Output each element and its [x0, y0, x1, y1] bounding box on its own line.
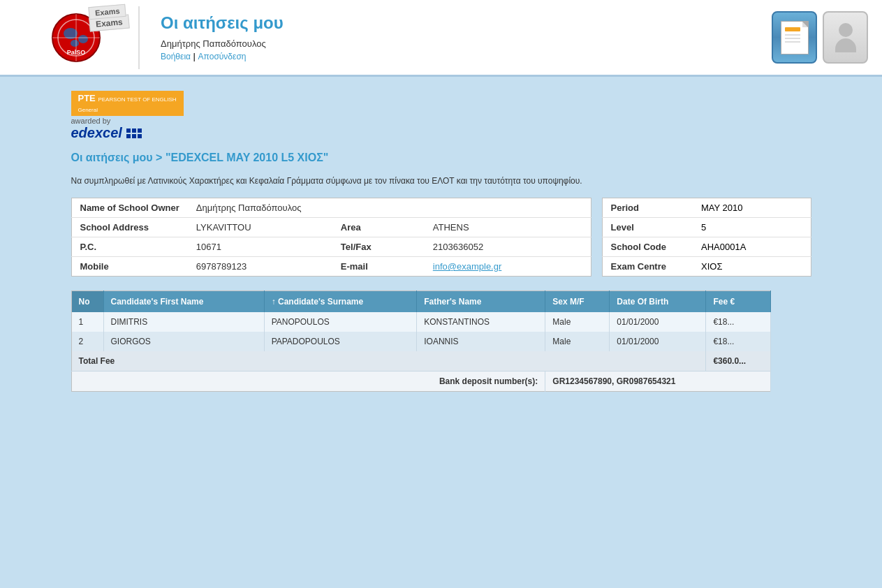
col-surname[interactable]: ↑ Candidate's Surname	[264, 291, 417, 313]
email-label: E-mail	[327, 257, 425, 277]
col-sex-link[interactable]: Sex M/F	[552, 297, 584, 307]
total-fee-row: Total Fee €360.0...	[71, 351, 770, 372]
tel-fax-label: Tel/Fax	[327, 237, 425, 257]
col-sex[interactable]: Sex M/F	[545, 291, 610, 313]
candidates-tbody: 1 DIMITRIS PANOPOULOS KONSTANTINOS Male …	[71, 312, 770, 351]
bank-deposit-label: Bank deposit number(s):	[71, 372, 545, 392]
action-buttons-col: ✏️ 15 🖨️ 16 🗑️ 17	[771, 291, 811, 588]
col-father-link[interactable]: Father's Name	[424, 297, 481, 307]
breadcrumb-parent-link[interactable]: Οι αιτήσεις μου	[71, 152, 153, 163]
candidates-table-wrapper: No Candidate's First Name ↑ Candidate's …	[71, 291, 771, 392]
total-fee-label: Total Fee	[71, 351, 706, 372]
col-dob[interactable]: Date Of Birth	[610, 291, 706, 313]
row2-no: 2	[71, 332, 103, 351]
level-value: 5	[693, 218, 811, 237]
row1-no: 1	[71, 312, 103, 332]
info-tables-wrapper: Name of School Owner Δημήτρης Παπαδόπουλ…	[71, 198, 811, 277]
bank-deposit-row: Bank deposit number(s): GR1234567890, GR…	[71, 372, 770, 392]
doc-icon	[781, 21, 809, 54]
notice-text: Να συμπληρωθεί με Λατινικούς Χαρακτήρες …	[71, 175, 811, 187]
edexcel-dots	[126, 128, 142, 138]
level-row: Level 5	[602, 218, 811, 237]
logout-link[interactable]: Αποσύνδεση	[198, 52, 247, 61]
school-code-label: School Code	[602, 237, 693, 257]
row2-father: IOANNIS	[417, 332, 545, 351]
header-icons	[772, 11, 868, 64]
mobile-label: Mobile	[71, 257, 188, 277]
svg-point-4	[71, 40, 79, 47]
school-code-value: AHA0001A	[693, 237, 811, 257]
breadcrumb-current: "EDEXCEL MAY 2010 L5 ΧΙΟΣ"	[166, 152, 328, 163]
col-father[interactable]: Father's Name	[417, 291, 545, 313]
header-links: Βοήθεια | Αποσύνδεση	[161, 51, 772, 61]
col-no: No	[71, 291, 103, 313]
row2-firstname: GIORGOS	[103, 332, 264, 351]
header-row: No Candidate's First Name ↑ Candidate's …	[71, 291, 770, 313]
pc-label: P.C.	[71, 237, 188, 257]
mobile-value: 6978789123	[188, 257, 327, 277]
pc-row: P.C. 10671 Tel/Fax 2103636052	[71, 237, 591, 257]
row2-fee: €18...	[706, 332, 770, 351]
row1-father: KONSTANTINOS	[417, 312, 545, 332]
row1-firstname: DIMITRIS	[103, 312, 264, 332]
person-head-icon	[839, 23, 853, 37]
col-surname-link[interactable]: ↑ Candidate's Surname	[272, 297, 364, 307]
logo-area: Exams PalSO Exams	[14, 6, 140, 69]
page-main-title: Οι αιτήσεις μου	[161, 13, 772, 33]
svg-point-3	[78, 35, 88, 43]
pc-value: 10671	[188, 237, 327, 257]
address-value: LYKAVITTOU	[188, 218, 327, 237]
period-value: MAY 2010	[693, 198, 811, 218]
candidates-table: No Candidate's First Name ↑ Candidate's …	[71, 291, 771, 392]
main-content: PTE PEARSON TEST OF ENGLISHGeneral award…	[57, 77, 825, 588]
area-label: Area	[327, 218, 425, 237]
awarded-by-label: awarded by	[71, 117, 184, 125]
mobile-row: Mobile 6978789123 E-mail info@example.gr	[71, 257, 591, 277]
documents-icon-btn[interactable]	[772, 11, 817, 64]
exam-centre-value: ΧΙΟΣ	[693, 257, 811, 277]
row2-sex: Male	[545, 332, 610, 351]
person-icon	[833, 23, 858, 52]
col-firstname[interactable]: Candidate's First Name	[103, 291, 264, 313]
help-link[interactable]: Βοήθεια	[161, 52, 191, 61]
profile-icon-btn[interactable]	[823, 11, 868, 64]
school-owner-label: Name of School Owner	[71, 198, 188, 218]
person-body-icon	[835, 38, 856, 52]
total-fee-value: €360.0...	[706, 351, 770, 372]
row2-dob: 01/01/2000	[610, 332, 706, 351]
edexcel-text: edexcel	[71, 125, 122, 141]
col-firstname-link[interactable]: Candidate's First Name	[111, 297, 204, 307]
row1-surname: PANOPOULOS	[264, 312, 417, 332]
row1-sex: Male	[545, 312, 610, 332]
exam-info-table: Period MAY 2010 Level 5 School Code AHA0…	[602, 198, 811, 277]
school-info-table: Name of School Owner Δημήτρης Παπαδόπουλ…	[71, 198, 591, 277]
candidates-table-header: No Candidate's First Name ↑ Candidate's …	[71, 291, 770, 313]
breadcrumb-separator: >	[156, 152, 166, 163]
header-title-area: Οι αιτήσεις μου Δημήτρης Παπαδόπουλος Βο…	[154, 13, 772, 61]
tel-fax-value: 2103636052	[425, 237, 591, 257]
col-fee: Fee €	[706, 291, 770, 313]
svg-text:PalSO: PalSO	[67, 49, 86, 56]
level-label: Level	[602, 218, 693, 237]
header: Exams PalSO Exams Οι αιτήσεις μου	[0, 0, 882, 77]
school-owner-row: Name of School Owner Δημήτρης Παπαδόπουλ…	[71, 198, 591, 218]
candidates-section: No Candidate's First Name ↑ Candidate's …	[71, 291, 811, 588]
pte-badge: PTE PEARSON TEST OF ENGLISHGeneral	[71, 91, 184, 116]
col-dob-link[interactable]: Date Of Birth	[617, 297, 668, 307]
period-label: Period	[602, 198, 693, 218]
bank-deposit-value: GR1234567890, GR0987654321	[545, 372, 770, 392]
address-label: School Address	[71, 218, 188, 237]
edexcel-branding: edexcel	[71, 125, 184, 141]
link-separator: |	[193, 51, 198, 61]
row1-fee: €18...	[706, 312, 770, 332]
period-row: Period MAY 2010	[602, 198, 811, 218]
exam-centre-row: Exam Centre ΧΙΟΣ	[602, 257, 811, 277]
user-name: Δημήτρης Παπαδόπουλος	[161, 38, 772, 49]
email-link[interactable]: info@example.gr	[433, 261, 501, 272]
row1-dob: 01/01/2000	[610, 312, 706, 332]
table-row: 1 DIMITRIS PANOPOULOS KONSTANTINOS Male …	[71, 312, 770, 332]
school-code-row: School Code AHA0001A	[602, 237, 811, 257]
area-value: ATHENS	[425, 218, 591, 237]
candidates-tfoot: Total Fee €360.0... Bank deposit number(…	[71, 351, 770, 392]
row2-surname: PAPADOPOULOS	[264, 332, 417, 351]
